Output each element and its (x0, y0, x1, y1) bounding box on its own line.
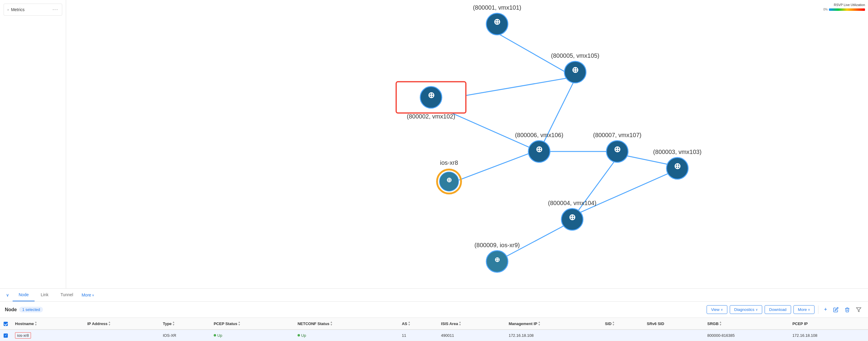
th-ip-address[interactable]: IP Address ▲▼ (84, 318, 159, 330)
svg-text:(800007, vmx107): (800007, vmx107) (593, 132, 641, 138)
svg-line-2 (540, 81, 574, 149)
node-ios-xr9[interactable]: ⊕ (800009, ios-xr9) (474, 242, 520, 273)
node-vmx106[interactable]: ⊕ (800006, vmx106) (515, 132, 563, 162)
diagnostics-chevron-icon: ∨ (755, 308, 758, 311)
view-chevron-icon: ∨ (721, 308, 723, 311)
add-button[interactable]: + (822, 305, 829, 315)
th-sid[interactable]: SID ▲▼ (601, 318, 643, 330)
th-as[interactable]: AS ▲▼ (398, 318, 437, 330)
rsvp-pct-label: 0% (824, 8, 828, 11)
sidebar-metrics-item[interactable]: › Metrics ··· (4, 4, 62, 16)
select-all-checkbox[interactable] (4, 322, 8, 326)
node-vmx101[interactable]: ⊕ (800001, vmx101) (473, 4, 521, 35)
node-vmx104[interactable]: ⊕ (800004, vmx104) (548, 200, 596, 230)
svg-line-6 (574, 158, 617, 217)
nodes-table: Hostname ▲▼ IP Address ▲▼ (0, 318, 868, 341)
tab-tunnel[interactable]: Tunnel (54, 289, 79, 301)
th-hostname[interactable]: Hostname ▲▼ (11, 318, 84, 330)
selected-badge: 1 selected (19, 307, 43, 312)
sid-sort-icon: ▲▼ (612, 321, 615, 326)
svg-text:⊕: ⊕ (614, 145, 621, 154)
tab-node[interactable]: Node (12, 289, 35, 301)
tab-collapse-icon[interactable]: ∨ (5, 290, 10, 301)
metrics-label: Metrics (11, 7, 25, 12)
rsvp-title: RSVP Live Utilization (824, 3, 865, 7)
th-management-ip[interactable]: Management IP ▲▼ (505, 318, 601, 330)
node-vmx102[interactable]: ⊕ (800002, vmx102) (396, 82, 466, 120)
cell-type: IOS-XR (159, 330, 210, 341)
main-container: › Metrics ··· (0, 0, 868, 341)
th-srgb[interactable]: SRGB ▲▼ (704, 318, 789, 330)
more-button[interactable]: More ∨ (794, 305, 815, 314)
svg-line-7 (455, 151, 534, 181)
rsvp-gradient-bar: 0% (824, 8, 865, 11)
filter-button[interactable] (854, 305, 863, 314)
rsvp-legend: RSVP Live Utilization 0% (824, 3, 865, 11)
svg-text:(800001, vmx101): (800001, vmx101) (473, 4, 521, 11)
row-checkbox[interactable] (4, 334, 8, 338)
node-ios-xr8[interactable]: ⊕ ios-xr8 (437, 160, 461, 194)
th-type[interactable]: Type ▲▼ (159, 318, 210, 330)
delete-button[interactable] (843, 305, 852, 314)
rsvp-color-bar (829, 8, 865, 11)
type-sort-icon: ▲▼ (172, 321, 175, 326)
tab-more-chevron: ∨ (92, 293, 94, 297)
svg-text:(800003, vmx103): (800003, vmx103) (653, 148, 702, 155)
cell-netconf: Up (294, 330, 398, 341)
th-isis-area[interactable]: ISIS Area ▲▼ (437, 318, 505, 330)
metrics-chevron-icon: › (7, 8, 9, 11)
tab-more-label: More (82, 292, 91, 297)
tabs-bar: ∨ Node Link Tunnel More ∨ (0, 288, 868, 302)
view-button[interactable]: View ∨ (707, 305, 727, 314)
srgb-sort-icon: ▲▼ (719, 321, 722, 326)
th-srv6-sid[interactable]: SRv6 SID (643, 318, 704, 330)
svg-text:(800005, vmx105): (800005, vmx105) (551, 52, 599, 59)
svg-text:ios-xr8: ios-xr8 (440, 160, 458, 166)
network-graph[interactable]: ⊕ (800001, vmx101) ⊕ (800005, vmx105) ⊕ … (66, 0, 868, 288)
cell-srgb: 800000-816385 (704, 330, 789, 341)
cell-as: 11 (398, 330, 437, 341)
svg-text:(800002, vmx102): (800002, vmx102) (407, 113, 455, 120)
graph-area: ⊕ (800001, vmx101) ⊕ (800005, vmx105) ⊕ … (66, 0, 868, 288)
diagnostics-button[interactable]: Diagnostics ∨ (730, 305, 762, 314)
table-title: Node (5, 307, 17, 312)
table-scroll-container[interactable]: Hostname ▲▼ IP Address ▲▼ (0, 318, 868, 341)
toolbar-divider (818, 306, 818, 314)
row-checkbox-cell[interactable] (0, 330, 11, 341)
edit-button[interactable] (831, 305, 840, 314)
tab-more[interactable]: More ∨ (79, 289, 96, 301)
filter-icon (856, 307, 861, 312)
th-pcep-ip[interactable]: PCEP IP (789, 318, 868, 330)
more-chevron-icon: ∨ (808, 308, 810, 311)
netconf-status-dot (298, 334, 300, 337)
pcep-sort-icon: ▲▼ (238, 321, 241, 326)
table-row[interactable]: ios-xr8 IOS-XR Up (0, 330, 868, 341)
svg-text:⊕: ⊕ (674, 162, 681, 171)
table-toolbar: Node 1 selected View ∨ Diagnostics ∨ Dow… (0, 302, 868, 318)
svg-line-9 (574, 170, 677, 215)
netconf-status-text: Up (301, 333, 306, 338)
table-area: Node 1 selected View ∨ Diagnostics ∨ Dow… (0, 302, 868, 341)
download-button[interactable]: Download (765, 305, 791, 314)
svg-text:⊕: ⊕ (535, 145, 542, 154)
th-netconf-status[interactable]: NETCONF Status ▲▼ (294, 318, 398, 330)
isis-sort-icon: ▲▼ (459, 321, 461, 326)
hostname-sort-icon: ▲▼ (35, 321, 37, 326)
sidebar-dots-icon[interactable]: ··· (53, 7, 58, 12)
svg-text:(800009, ios-xr9): (800009, ios-xr9) (474, 242, 520, 248)
svg-text:(800004, vmx104): (800004, vmx104) (548, 200, 596, 206)
svg-text:⊕: ⊕ (494, 17, 500, 26)
tab-link[interactable]: Link (35, 289, 54, 301)
svg-text:⊕: ⊕ (428, 90, 435, 100)
svg-text:⊕: ⊕ (572, 65, 579, 75)
node-vmx103[interactable]: ⊕ (800003, vmx103) (653, 148, 702, 179)
top-area: › Metrics ··· (0, 0, 868, 288)
th-select-all[interactable] (0, 318, 11, 330)
mgmt-ip-sort-icon: ▲▼ (538, 321, 541, 326)
svg-line-5 (623, 155, 673, 165)
netconf-sort-icon: ▲▼ (330, 321, 333, 326)
pcep-status-text: Up (217, 333, 222, 338)
th-pcep-status[interactable]: PCEP Status ▲▼ (210, 318, 294, 330)
svg-text:⊕: ⊕ (494, 256, 500, 263)
add-icon: + (824, 306, 827, 313)
